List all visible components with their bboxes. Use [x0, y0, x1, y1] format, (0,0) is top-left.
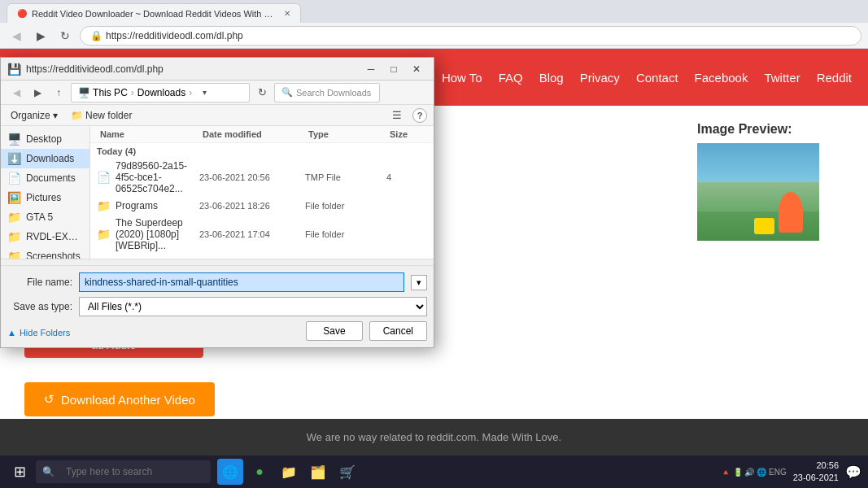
sidebar-item-downloads[interactable]: ⬇️ Downloads — [1, 149, 89, 168]
another-video-button[interactable]: ↺ Download Another Video — [24, 382, 215, 416]
filename-input[interactable] — [79, 272, 404, 292]
hide-folders-link[interactable]: ▲ Hide Folders — [7, 328, 70, 338]
downloads-icon: ⬇️ — [7, 152, 21, 165]
preview-label: Image Preview: — [697, 122, 844, 137]
preview-inner — [697, 143, 819, 241]
breadcrumb-thispc: 🖥️ This PC — [78, 87, 128, 98]
tab-bar: 🔴 Reddit Video Downloader ~ Download Red… — [0, 0, 868, 23]
sidebar-item-pictures[interactable]: 🖼️ Pictures — [1, 188, 89, 207]
tab-favicon: 🔴 — [17, 9, 27, 18]
file-icon-superdeep: 📁 — [97, 228, 111, 241]
desktop-icon: 🖥️ — [7, 133, 21, 146]
filename-dropdown[interactable]: ▾ — [411, 275, 427, 290]
taskbar-explorer[interactable]: 📁 — [276, 459, 302, 485]
dialog-sidebar: 🖥️ Desktop ⬇️ Downloads 📄 Documents 🖼️ P… — [1, 126, 90, 259]
new-folder-button[interactable]: 📁 New folder — [68, 108, 135, 123]
sidebar-item-documents[interactable]: 📄 Documents — [1, 168, 89, 188]
nav-contact[interactable]: Contact — [636, 71, 678, 85]
dialog-horizontal-scrollbar[interactable] — [1, 259, 434, 265]
preview-image — [697, 143, 819, 241]
dialog-search[interactable]: 🔍 Search Downloads — [274, 83, 380, 102]
nav-reddit[interactable]: Reddit — [817, 71, 852, 85]
dialog-favicon: 💾 — [7, 63, 21, 76]
view-options-button[interactable]: ☰ — [388, 107, 406, 124]
header-size: Size — [386, 129, 427, 140]
taskbar-chrome[interactable]: ● — [246, 459, 273, 485]
sidebar-item-rvdl[interactable]: 📁 RVDL-EXE-Electr — [1, 227, 89, 246]
filename-label: File name: — [7, 277, 72, 288]
nav-privacy[interactable]: Privacy — [580, 71, 620, 85]
tab-close-button[interactable]: ✕ — [284, 9, 290, 18]
help-button[interactable]: ? — [412, 108, 427, 123]
taskbar: ⊞ 🔍 🌐 ● 📁 🗂️ 🛒 🔺 🔋 🔊 🌐 ENG 20:56 23-06-2… — [0, 455, 868, 488]
dialog-body: 🖥️ Desktop ⬇️ Downloads 📄 Documents 🖼️ P… — [1, 126, 434, 259]
dialog-back-button[interactable]: ◀ — [7, 84, 25, 102]
forward-button[interactable]: ▶ — [31, 26, 50, 46]
sidebar-label-documents: Documents — [26, 172, 76, 184]
start-button[interactable]: ⊞ — [7, 459, 33, 485]
save-button[interactable]: Save — [306, 321, 362, 341]
back-button[interactable]: ◀ — [7, 26, 26, 46]
taskbar-files[interactable]: 🗂️ — [305, 459, 331, 485]
file-icon-tmp: 📄 — [97, 171, 111, 184]
nav-howto[interactable]: How To — [442, 71, 482, 85]
file-save-dialog: 💾 https://redditivideodl.com/dl.php ─ □ … — [0, 57, 434, 348]
dialog-file-list: Name Date modified Type Size Today (4) 📄… — [90, 126, 434, 259]
clock-date: 23-06-2021 — [793, 472, 839, 484]
file-row-superdeep[interactable]: 📁 The Superdeep (2020) [1080p] [WEBRip].… — [90, 215, 434, 254]
file-list-header: Name Date modified Type Size — [90, 126, 434, 143]
url-text: https://redditivideodl.com/dl.php — [106, 30, 243, 41]
nav-facebook[interactable]: Facebook — [695, 71, 748, 85]
taskbar-edge[interactable]: 🌐 — [217, 459, 243, 485]
dialog-toolbar: ◀ ▶ ↑ 🖥️ This PC › Downloads › ▾ ↻ 🔍 Sea… — [1, 81, 434, 105]
nav-faq[interactable]: FAQ — [499, 71, 523, 85]
breadcrumb-expand[interactable]: ▾ — [195, 84, 213, 102]
filename-row: File name: ▾ — [7, 272, 427, 292]
dialog-up-button[interactable]: ↑ — [50, 84, 68, 102]
organize-button[interactable]: Organize ▾ — [7, 108, 61, 123]
file-row-programs[interactable]: 📁 Programs 23-06-2021 18:26 File folder — [90, 197, 434, 215]
nav-twitter[interactable]: Twitter — [764, 71, 800, 85]
footer: We are no way related to reddit.com. Mad… — [0, 419, 868, 455]
file-date-programs: 23-06-2021 18:26 — [199, 201, 305, 211]
dialog-controls: ─ □ ✕ — [360, 60, 427, 78]
dialog-refresh-button[interactable]: ↻ — [253, 84, 271, 102]
sidebar-item-gta5[interactable]: 📁 GTA 5 — [1, 207, 89, 227]
dialog-action-buttons: Save Cancel — [306, 321, 427, 341]
clock-time: 20:56 — [793, 460, 839, 472]
sidebar-item-screenshots[interactable]: 📁 Screenshots — [1, 246, 89, 259]
dialog-forward-button[interactable]: ▶ — [28, 84, 46, 102]
rvdl-icon: 📁 — [7, 230, 21, 243]
dialog-close-button[interactable]: ✕ — [406, 60, 427, 78]
dialog-minimize-button[interactable]: ─ — [360, 60, 382, 78]
file-size-tmp: 4 — [386, 172, 427, 182]
filetype-select[interactable]: All Files (*.*) — [79, 297, 427, 316]
dialog-maximize-button[interactable]: □ — [383, 60, 404, 78]
file-icon-programs: 📁 — [97, 199, 111, 212]
browser-tab[interactable]: 🔴 Reddit Video Downloader ~ Download Red… — [7, 3, 301, 23]
cancel-button[interactable]: Cancel — [369, 321, 427, 341]
screenshots-icon: 📁 — [7, 250, 21, 259]
sidebar-item-desktop[interactable]: 🖥️ Desktop — [1, 129, 89, 149]
file-name-programs: Programs — [116, 200, 158, 211]
url-bar[interactable]: 🔒 https://redditivideodl.com/dl.php — [80, 26, 861, 46]
dialog-breadcrumb: 🖥️ This PC › Downloads › ▾ — [71, 83, 250, 102]
nav-blog[interactable]: Blog — [539, 71, 564, 85]
file-date-tmp: 23-06-2021 20:56 — [199, 172, 305, 182]
sidebar-label-downloads: Downloads — [26, 153, 74, 164]
sidebar-label-desktop: Desktop — [26, 133, 62, 145]
taskbar-search-input[interactable] — [58, 460, 204, 483]
tab-title: Reddit Video Downloader ~ Download Reddi… — [32, 9, 276, 19]
nav-links: How To FAQ Blog Privacy Contact Facebook… — [442, 71, 852, 85]
file-type-programs: File folder — [305, 201, 386, 211]
refresh-icon: ↺ — [44, 392, 55, 407]
notification-icon[interactable]: 💬 — [845, 464, 861, 480]
taskbar-store[interactable]: 🛒 — [334, 459, 360, 485]
header-date: Date modified — [199, 129, 305, 140]
dialog-actions: Organize ▾ 📁 New folder ☰ ? — [1, 105, 434, 126]
file-type-superdeep: File folder — [305, 229, 386, 239]
taskbar-clock: 20:56 23-06-2021 — [793, 460, 839, 485]
file-row-tmp[interactable]: 📄 79d89560-2a15-4f5c-bce1-06525c704e2...… — [90, 158, 434, 197]
refresh-button[interactable]: ↻ — [55, 26, 75, 46]
dialog-title-bar: 💾 https://redditivideodl.com/dl.php ─ □ … — [1, 58, 434, 81]
